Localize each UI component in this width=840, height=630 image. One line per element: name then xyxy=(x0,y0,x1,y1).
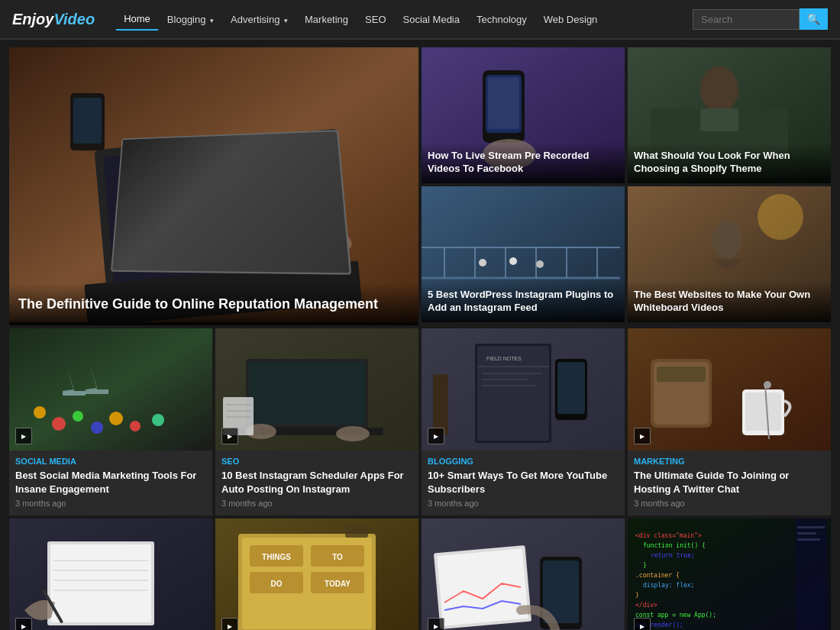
hero-main-card[interactable]: The Definitive Guide to Online Reputatio… xyxy=(9,47,418,325)
svg-point-40 xyxy=(91,422,103,434)
grid-card-8[interactable]: <div class="main"> function init() { ret… xyxy=(628,519,831,630)
nav-technology[interactable]: Technology xyxy=(469,9,535,30)
play-button-7[interactable]: ▶ xyxy=(428,618,444,630)
svg-rect-95 xyxy=(437,548,528,625)
nav-web-design[interactable]: Web Design xyxy=(536,9,606,30)
grid-card-6[interactable]: THINGS TO DO TODAY ▶ SEO How to Create a… xyxy=(215,519,418,630)
svg-rect-75 xyxy=(50,544,151,622)
main-nav: Home Blogging ▾ Advertising ▾ Marketing … xyxy=(116,8,693,31)
hero-card-3-title: 5 Best WordPress Instagram Plugins to Ad… xyxy=(422,281,625,322)
svg-rect-92 xyxy=(345,526,368,538)
svg-rect-112 xyxy=(797,538,820,541)
time-1: 3 months ago xyxy=(15,499,206,508)
svg-point-37 xyxy=(34,406,46,418)
search-button[interactable]: 🔍 xyxy=(800,8,828,30)
svg-text:<div class="main">: <div class="main"> xyxy=(635,532,702,539)
svg-text:}: } xyxy=(643,562,647,569)
hero-card-2[interactable]: What Should You Look For When Choosing a… xyxy=(628,47,831,183)
play-button-6[interactable]: ▶ xyxy=(221,618,238,630)
search-input[interactable] xyxy=(693,9,800,30)
play-button-2[interactable]: ▶ xyxy=(221,428,238,444)
svg-rect-111 xyxy=(797,532,816,535)
grid-card-7[interactable]: ▶ Web Design A/B Testing: Definition, Ho… xyxy=(422,519,625,630)
grid-card-2[interactable]: ▶ SEO 10 Best Instagram Scheduler Apps F… xyxy=(215,328,418,515)
header: EnjoyVideo Home Blogging ▾ Advertising ▾… xyxy=(0,0,840,40)
svg-rect-61 xyxy=(483,385,536,386)
nav-advertising[interactable]: Advertising ▾ xyxy=(223,9,296,30)
svg-rect-11 xyxy=(73,98,102,144)
play-button-5[interactable]: ▶ xyxy=(15,618,32,630)
svg-rect-60 xyxy=(483,379,528,380)
svg-text:TODAY: TODAY xyxy=(325,580,351,588)
svg-point-35 xyxy=(758,194,803,240)
hero-card-1[interactable]: How To Live Stream Pre Recorded Videos T… xyxy=(422,47,625,183)
svg-point-41 xyxy=(109,412,123,425)
nav-home[interactable]: Home xyxy=(116,8,158,31)
svg-point-30 xyxy=(479,259,486,267)
nav-marketing[interactable]: Marketing xyxy=(297,9,356,30)
hero-card-1-title: How To Live Stream Pre Recorded Videos T… xyxy=(422,142,625,183)
grid-card-4[interactable]: ▶ Marketing The Ultimate Guide To Joinin… xyxy=(628,328,831,515)
svg-text:DO: DO xyxy=(271,580,283,588)
play-button-3[interactable]: ▶ xyxy=(428,428,444,444)
svg-point-34 xyxy=(712,221,742,259)
svg-point-39 xyxy=(73,411,83,422)
svg-rect-59 xyxy=(483,373,542,374)
grid-row-1: ▶ Social Media Best Social Media Marketi… xyxy=(9,328,831,515)
svg-rect-64 xyxy=(433,374,448,435)
svg-rect-4 xyxy=(120,184,273,203)
svg-rect-20 xyxy=(700,108,738,131)
hero-side-cards: How To Live Stream Pre Recorded Videos T… xyxy=(422,47,831,322)
play-button-4[interactable]: ▶ xyxy=(634,428,651,444)
hero-main-title: The Definitive Guide to Online Reputatio… xyxy=(9,283,418,325)
svg-text:TO: TO xyxy=(332,553,343,561)
nav-blogging[interactable]: Blogging ▾ xyxy=(160,9,221,30)
card-title-2: 10 Best Instagram Scheduler Apps For Aut… xyxy=(221,469,412,496)
svg-rect-5 xyxy=(120,192,311,215)
grid-row-2: ▶ Uncategorized Hello world! 3 months ag… xyxy=(9,519,831,630)
search-bar: 🔍 xyxy=(693,8,828,30)
category-tag-4: Marketing xyxy=(634,457,825,466)
svg-rect-68 xyxy=(657,367,706,382)
nav-seo[interactable]: SEO xyxy=(357,9,393,30)
grid-card-1[interactable]: ▶ Social Media Best Social Media Marketi… xyxy=(9,328,212,515)
svg-text:FIELD NOTES: FIELD NOTES xyxy=(486,356,522,361)
svg-text:</div>: </div> xyxy=(635,602,657,609)
time-4: 3 months ago xyxy=(634,499,825,508)
svg-text:}: } xyxy=(635,592,639,599)
grid-card-5[interactable]: ▶ Uncategorized Hello world! 3 months ag… xyxy=(9,519,212,630)
svg-point-32 xyxy=(536,260,544,268)
svg-rect-109 xyxy=(796,519,826,630)
svg-point-19 xyxy=(700,66,738,112)
svg-point-49 xyxy=(336,426,370,441)
svg-text:return true;: return true; xyxy=(651,552,695,559)
category-tag-3: Blogging xyxy=(428,457,619,466)
svg-point-38 xyxy=(52,417,66,431)
svg-rect-36 xyxy=(9,328,212,451)
svg-rect-110 xyxy=(797,526,825,528)
category-tag-2: SEO xyxy=(221,457,412,466)
play-button-8[interactable]: ▶ xyxy=(634,618,651,630)
svg-rect-15 xyxy=(488,77,519,129)
time-3: 3 months ago xyxy=(428,499,619,508)
svg-rect-9 xyxy=(317,231,331,261)
svg-rect-70 xyxy=(745,393,781,431)
svg-rect-2 xyxy=(103,137,343,289)
time-2: 3 months ago xyxy=(221,499,412,508)
main-content: The Definitive Guide to Online Reputatio… xyxy=(0,40,840,630)
grid-card-3[interactable]: FIELD NOTES ▶ Blogging 10+ Smart Ways To… xyxy=(422,328,625,515)
play-button-1[interactable]: ▶ xyxy=(15,428,32,444)
svg-rect-46 xyxy=(249,362,365,425)
svg-point-43 xyxy=(152,414,164,426)
svg-text:display: flex;: display: flex; xyxy=(643,582,694,589)
hero-section: The Definitive Guide to Online Reputatio… xyxy=(9,47,831,325)
hero-card-3[interactable]: 5 Best WordPress Instagram Plugins to Ad… xyxy=(422,186,625,322)
svg-rect-6 xyxy=(120,208,257,227)
card-title-3: 10+ Smart Ways To Get More YouTube Subsc… xyxy=(428,469,619,496)
site-logo[interactable]: EnjoyVideo xyxy=(12,11,95,28)
svg-rect-3 xyxy=(119,149,327,189)
hero-card-4[interactable]: The Best Websites to Make Your Own White… xyxy=(628,186,831,322)
nav-social-media[interactable]: Social Media xyxy=(396,9,467,30)
svg-point-42 xyxy=(130,421,141,431)
category-tag-1: Social Media xyxy=(15,457,206,466)
